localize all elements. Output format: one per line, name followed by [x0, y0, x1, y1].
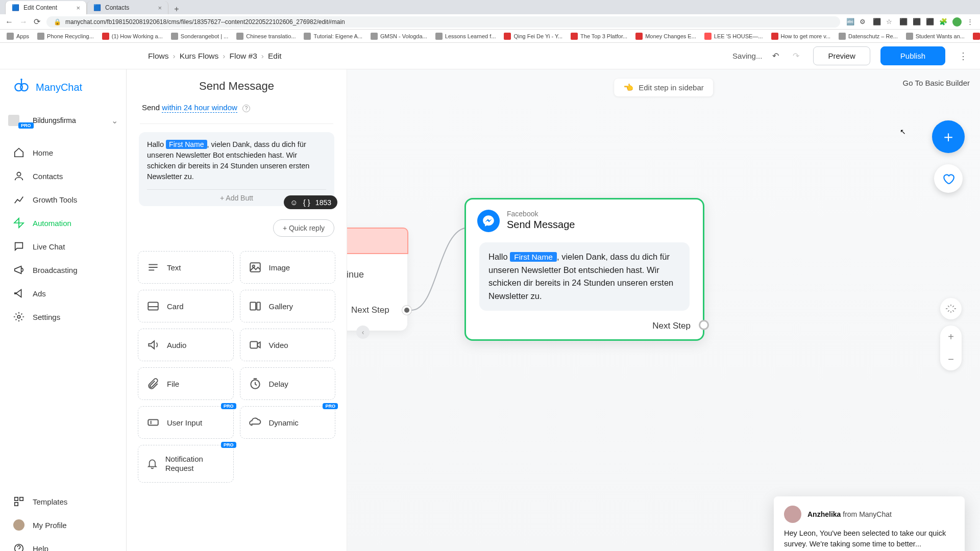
puzzle-icon[interactable]: 🧩	[939, 18, 947, 26]
nav-settings[interactable]: Settings	[0, 305, 126, 329]
bookmark[interactable]: Lessons Learned f...	[432, 33, 500, 40]
reload-button[interactable]: ⟳	[34, 17, 40, 27]
block-text[interactable]: Text	[138, 251, 234, 284]
nav-contacts[interactable]: Contacts	[0, 164, 126, 188]
send-within-link[interactable]: within 24 hour window	[162, 103, 237, 113]
block-label: Gallery	[269, 302, 293, 311]
publish-button[interactable]: Publish	[880, 46, 945, 65]
add-step-fab[interactable]: ＋	[932, 120, 965, 153]
nav-livechat[interactable]: Live Chat	[0, 235, 126, 258]
emoji-icon[interactable]: ☺	[290, 198, 298, 207]
bookmark[interactable]: Datenschutz – Re...	[835, 33, 901, 40]
zoom-out-button[interactable]: −	[940, 348, 962, 370]
block-audio[interactable]: Audio	[138, 329, 234, 361]
message-text[interactable]: Hallo First Name, vielen Dank, dass du d…	[147, 139, 326, 182]
block-delay[interactable]: Delay	[240, 367, 336, 400]
logo[interactable]: ManyChat	[0, 69, 126, 105]
previous-node-output-port[interactable]	[402, 306, 411, 315]
org-selector[interactable]: PRO Bildungsfirma ⌄	[8, 109, 118, 132]
chat-avatar	[784, 506, 801, 523]
crumb[interactable]: Kurs Flows	[180, 52, 219, 61]
nav-broadcast[interactable]: Broadcasting	[0, 258, 126, 282]
help-icon[interactable]: ?	[242, 105, 250, 112]
crumb[interactable]: Flows	[148, 52, 168, 61]
gear-icon[interactable]: ⚙	[860, 18, 868, 26]
more-menu-button[interactable]: ⋮	[955, 51, 971, 62]
bookmark-icon	[571, 33, 578, 40]
favorite-fab[interactable]	[934, 164, 963, 193]
block-user-input[interactable]: User InputPRO	[138, 406, 234, 439]
edit-in-sidebar-hint[interactable]: 👈 Edit step in sidebar	[614, 79, 713, 96]
browser-tab-inactive[interactable]: 🟦 Contacts ×	[87, 1, 168, 14]
url-field[interactable]: 🔒 manychat.com/fb198150208192061​8/cms/f…	[46, 16, 840, 28]
bookmark[interactable]: Qing Fei De Yi - Y...	[500, 33, 566, 40]
block-dynamic[interactable]: DynamicPRO	[240, 406, 336, 439]
bookmark[interactable]: (1) How Working a...	[99, 33, 166, 40]
add-quick-reply-button[interactable]: + Quick reply	[273, 219, 334, 237]
variable-chip[interactable]: First Name	[166, 140, 207, 149]
block-gallery[interactable]: Gallery	[240, 290, 336, 322]
bookmark[interactable]: (2) How To Add A...	[969, 33, 980, 40]
crumb[interactable]: Flow #3	[229, 52, 257, 61]
bookmark-label: The Top 3 Platfor...	[580, 33, 627, 39]
ext3-icon[interactable]: ⬛	[913, 18, 921, 26]
nav: Home Contacts Growth Tools Automation Li…	[0, 139, 126, 486]
star-icon[interactable]: ☆	[886, 18, 894, 26]
menu-icon[interactable]: ⋮	[967, 18, 975, 26]
variable-icon[interactable]: { }	[303, 198, 310, 207]
nav-home[interactable]: Home	[0, 141, 126, 164]
nav-growth[interactable]: Growth Tools	[0, 188, 126, 211]
block-image[interactable]: Image	[240, 251, 336, 284]
auto-arrange-button[interactable]	[940, 298, 962, 319]
nav-profile[interactable]: My Profile	[0, 513, 126, 537]
bookmark[interactable]: Chinese translatio...	[233, 33, 299, 40]
bookmark[interactable]: Sonderangebot | ...	[167, 33, 232, 40]
back-button[interactable]: ←	[5, 17, 13, 27]
svg-point-4	[17, 315, 20, 318]
zoom-in-button[interactable]: +	[940, 325, 962, 348]
ext2-icon[interactable]: ⬛	[899, 18, 908, 26]
nav-ads[interactable]: Ads	[0, 282, 126, 305]
extension-icon[interactable]: ⬛	[873, 18, 881, 26]
bookmark[interactable]: Apps	[3, 33, 33, 40]
flow-canvas[interactable]: 👈 Edit step in sidebar Go To Basic Build…	[347, 69, 980, 551]
undo-button[interactable]: ↶	[772, 51, 782, 61]
bookmark[interactable]: LEE 'S HOUSE—...	[701, 33, 767, 40]
preview-button[interactable]: Preview	[813, 46, 870, 65]
messenger-icon	[477, 210, 500, 232]
browser-tab-active[interactable]: 🟦 Edit Content ×	[5, 1, 87, 14]
forward-button[interactable]: →	[19, 17, 28, 27]
translate-icon[interactable]: 🔤	[846, 18, 854, 26]
new-tab-button[interactable]: +	[172, 4, 182, 14]
bookmark[interactable]: Money Changes E...	[632, 33, 700, 40]
send-message-node[interactable]: Facebook Send Message Hallo First Name, …	[464, 198, 704, 341]
nav-help[interactable]: Help	[0, 537, 126, 551]
avatar-icon[interactable]	[952, 17, 962, 27]
bookmark[interactable]: Phone Recycling...	[34, 33, 97, 40]
block-label: Dynamic	[269, 418, 299, 427]
collapse-chevron-icon[interactable]: ‹	[356, 325, 370, 339]
bookmark[interactable]: Student Wants an...	[902, 33, 968, 40]
tab-close-icon[interactable]: ×	[158, 4, 162, 12]
node-output-port[interactable]	[699, 320, 709, 330]
bookmark[interactable]: Tutorial: Eigene A...	[300, 33, 366, 40]
block-file[interactable]: File	[138, 367, 234, 400]
ext4-icon[interactable]: ⬛	[926, 18, 934, 26]
support-chat-popup[interactable]: Anzhelika from ManyChat Hey Leon, You've…	[774, 496, 965, 552]
node-next-step[interactable]: Next Step	[652, 321, 691, 331]
goto-basic-builder[interactable]: Go To Basic Builder	[903, 79, 970, 87]
bookmark-icon	[504, 33, 511, 40]
block-notification[interactable]: Notification RequestPRO	[138, 445, 234, 483]
message-text-block[interactable]: Hallo First Name, vielen Dank, dass du d…	[139, 132, 334, 206]
bookmark[interactable]: GMSN - Vologda...	[367, 33, 431, 40]
tab-close-icon[interactable]: ×	[76, 4, 80, 12]
zoom-controls: + −	[940, 325, 962, 370]
redo-button[interactable]: ↷	[793, 51, 803, 61]
block-video[interactable]: Video	[240, 329, 336, 361]
nav-templates[interactable]: Templates	[0, 490, 126, 513]
block-card[interactable]: Card	[138, 290, 234, 322]
bookmark-label: Qing Fei De Yi - Y...	[513, 33, 562, 39]
bookmark[interactable]: The Top 3 Platfor...	[567, 33, 631, 40]
nav-automation[interactable]: Automation	[0, 211, 126, 235]
bookmark[interactable]: How to get more v...	[768, 33, 835, 40]
